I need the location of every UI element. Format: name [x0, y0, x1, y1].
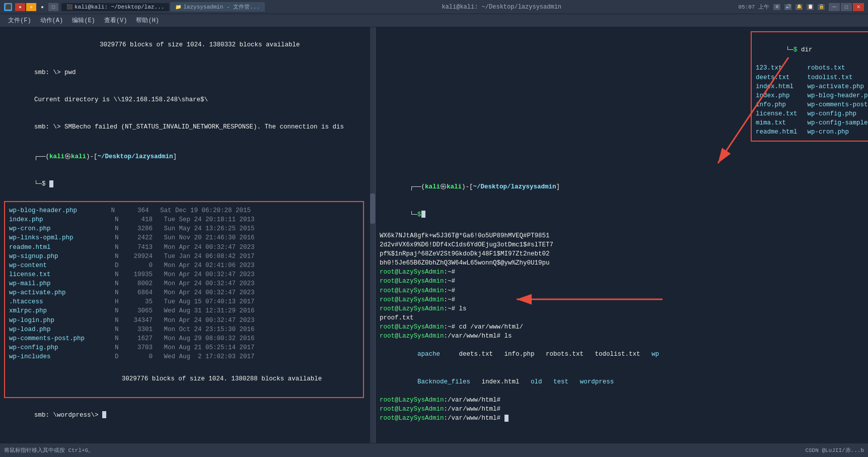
- dir-files-grid: 123.txt deets.txt index.html index.php i…: [756, 63, 868, 137]
- smb-file-4: wp-links-opml.php N 2422 Sun Nov 20 21:4…: [9, 233, 359, 242]
- shell-line4: bh0!5Je65B6Z0bhZhQ3W64wL65wonnQ$@yw%Zhy0…: [380, 258, 863, 268]
- root-prompt7-cursor: root@LazySysAdmin:/var/www/html#: [380, 414, 863, 423]
- btn-square[interactable]: □: [48, 3, 58, 11]
- menu-file[interactable]: 文件(F): [4, 15, 35, 26]
- titlebar-left: ⬛ ● ● ● □ ⬛ kali@kali: ~/Desktop/laz... …: [4, 2, 265, 12]
- smb-file-3: wp-cron.php N 3286 Sun May 24 13:26:25 2…: [9, 224, 359, 233]
- smb-file-7: wp-content D 0 Mon Apr 24 02:41:06 2023: [9, 261, 359, 270]
- root-ls-output: proof.txt: [380, 313, 863, 322]
- titlebar-right: 05:07 上午 🖥 🔊 🔔 📋 🔒 ─ □ ✕: [738, 3, 864, 11]
- menu-action[interactable]: 动作(A): [36, 15, 67, 26]
- smb-file-1: wp-blog-header.php N 364 Sat Dec 19 06:2…: [9, 206, 359, 215]
- dir-cmd-line: └─$ dir: [756, 36, 868, 63]
- smb-file-17: wp-includes D 0 Wed Aug 2 17:02:03 2017: [9, 352, 359, 361]
- smb-file-list-box: wp-blog-header.php N 364 Sat Dec 19 06:2…: [4, 201, 364, 398]
- smb-file-6: wp-signup.php N 29924 Tue Jan 24 06:08:4…: [9, 252, 359, 261]
- dir-f11: wp-activate.php: [808, 82, 868, 91]
- menu-edit[interactable]: 编辑(E): [68, 15, 99, 26]
- smb-file-16: wp-config.php N 3703 Mon Aug 21 05:25:14…: [9, 343, 359, 352]
- smb-footer: 3029776 blocks of size 1024. 1380288 blo…: [9, 365, 359, 393]
- dir-f3: index.html: [756, 82, 798, 91]
- win-minimize[interactable]: ─: [829, 3, 840, 11]
- smb-echo-failed: smb: \> SMBecho failed (NT_STATUS_INVALI…: [4, 113, 366, 141]
- titlebar-tabs: ⬛ kali@kali: ~/Desktop/laz... 📁 lazysysa…: [61, 2, 265, 12]
- smb-file-10: wp-activate.php N 6864 Mon Apr 24 00:32:…: [9, 288, 359, 297]
- smb-pwd: smb: \> pwd: [4, 58, 366, 86]
- scrollbar-thumb[interactable]: [370, 193, 375, 224]
- titlebar: ⬛ ● ● ● □ ⬛ kali@kali: ~/Desktop/laz... …: [0, 0, 868, 14]
- tab-filemanager[interactable]: 📁 lazysysadmin - 文件管...: [170, 2, 265, 12]
- smb-curdir: Current directory is \\192.168.158.248\s…: [4, 86, 366, 113]
- main-content: 3029776 blocks of size 1024. 1380332 blo…: [0, 27, 868, 443]
- win-close[interactable]: ✕: [853, 3, 864, 11]
- dir-output-box: └─$ dir 123.txt deets.txt index.html ind…: [751, 31, 868, 142]
- csdn-label: CSDN @LuJII/赤...b: [805, 446, 864, 454]
- dir-col1: 123.txt deets.txt index.html index.php i…: [756, 63, 798, 137]
- dir-f15: wp-config-sample.php: [808, 118, 868, 127]
- smb-file-12: xmlrpc.php N 3065 Wed Aug 31 12:31:29 20…: [9, 306, 359, 315]
- shell-output-block: WX6k7NJtA8gfk+w5J36T@*Ga6!0o5UP89hMVEQ#P…: [380, 231, 863, 423]
- terminal-icon: ⬛: [4, 3, 12, 11]
- smb-wordpress-prompt: smb: \wordpress\>: [4, 402, 106, 429]
- sys-icon4: 📋: [807, 4, 814, 10]
- dir-f4: index.php: [756, 91, 798, 100]
- root-ls-cmd: root@LazySysAdmin:~# ls: [380, 304, 863, 313]
- btn-red[interactable]: ●: [15, 3, 25, 11]
- sys-icon1: 🖥: [773, 4, 780, 10]
- menu-help[interactable]: 帮助(H): [132, 15, 163, 26]
- smb-file-13: wp-login.php N 34347 Mon Apr 24 00:32:47…: [9, 316, 359, 325]
- smb-file-14: wp-load.php N 3301 Mon Oct 24 23:15:30 2…: [9, 325, 359, 334]
- menu-view[interactable]: 查看(V): [100, 15, 131, 26]
- right-prompt2-dollar: └─$: [380, 201, 863, 228]
- smb-blocks-line1: 3029776 blocks of size 1024. 1380332 blo…: [4, 31, 366, 58]
- dir-f9: robots.txt: [808, 63, 868, 73]
- divider-scrollbar: [370, 27, 375, 443]
- left-prompt1-dollar: └─$: [4, 170, 366, 198]
- root-ls2-output2: Backnode_files index.html old test wordp…: [380, 368, 863, 396]
- left-top-section: 3029776 blocks of size 1024. 1380332 blo…: [4, 31, 366, 198]
- smb-file-8: license.txt N 19935 Mon Apr 24 00:32:47 …: [9, 270, 359, 279]
- left-prompt1: ┌──(kali㉿kali)-[~/Desktop/lazysadmin]: [4, 143, 366, 170]
- dir-f13: wp-comments-post.php: [808, 100, 868, 109]
- smb-file-2: index.php N 418 Tue Sep 24 20:18:11 2013: [9, 215, 359, 224]
- right-prompt2: ┌──(kali㉿kali)-[~/Desktop/lazysysadmin]: [380, 173, 863, 201]
- btn-dark[interactable]: ●: [37, 3, 47, 11]
- dir-f10: todolist.txt: [808, 73, 868, 82]
- root-prompt4: root@LazySysAdmin:~#: [380, 295, 863, 304]
- smb-file-9: wp-mail.php N 8002 Mon Apr 24 00:32:47 2…: [9, 279, 359, 288]
- sys-icon2: 🔊: [784, 4, 791, 10]
- left-panel: 3029776 blocks of size 1024. 1380332 blo…: [0, 27, 370, 443]
- root-ls2-output: apache deets.txt info.php robots.txt tod…: [380, 341, 863, 368]
- smb-file-11: .htaccess H 35 Tue Aug 15 07:40:13 2017: [9, 297, 359, 306]
- shell-line1: WX6k7NJtA8gfk+w5J36T@*Ga6!0o5UP89hMVEQ#P…: [380, 231, 863, 240]
- btn-yellow[interactable]: ●: [26, 3, 36, 11]
- titlebar-title: kali@kali: ~/Desktop/lazysysadmin: [442, 4, 561, 11]
- smb-file-5: readme.html N 7413 Mon Apr 24 00:32:47 2…: [9, 243, 359, 252]
- sys-icon3: 🔔: [795, 4, 803, 10]
- titlebar-buttons: ● ● ● □: [15, 3, 58, 11]
- tab-terminal[interactable]: ⬛ kali@kali: ~/Desktop/laz...: [61, 3, 169, 11]
- dir-f1: 123.txt: [756, 63, 798, 73]
- dir-f16: wp-cron.php: [808, 127, 868, 137]
- window-controls: ─ □ ✕: [829, 3, 864, 11]
- tab-terminal-label: kali@kali: ~/Desktop/laz...: [75, 4, 164, 10]
- statusbar-text: 将鼠标指针移入其中或按 Ctrl+G。: [4, 446, 94, 454]
- right-lower-section: ┌──(kali㉿kali)-[~/Desktop/lazysysadmin] …: [380, 173, 863, 423]
- menubar: 文件(F) 动作(A) 编辑(E) 查看(V) 帮助(H): [0, 14, 868, 27]
- root-prompt6: root@LazySysAdmin:/var/www/html#: [380, 405, 863, 414]
- root-prompt5: root@LazySysAdmin:/var/www/html#: [380, 396, 863, 405]
- smb-bottom-prompt: smb: \wordpress\>: [4, 402, 106, 429]
- tab-filemanager-label: lazysysadmin - 文件管...: [183, 3, 260, 11]
- shell-line2: 2d2v#VX6x9%D6!DDf4xC1ds6YdOEjug3otDmc1$#…: [380, 240, 863, 249]
- smb-file-15: wp-comments-post.php N 1627 Mon Aug 29 0…: [9, 334, 359, 343]
- root-prompt3: root@LazySysAdmin:~#: [380, 286, 863, 295]
- shell-line3: pf%$1nRpaj^68ZeV2St9GkdoDkj48F1$MI97Zt2n…: [380, 249, 863, 258]
- dir-f14: wp-config.php: [808, 109, 868, 118]
- dir-f12: wp-blog-header.php: [808, 91, 868, 100]
- clock: 05:07 上午: [738, 3, 769, 11]
- win-restore[interactable]: □: [841, 3, 852, 11]
- root-prompt2: root@LazySysAdmin:~#: [380, 277, 863, 286]
- sys-icon5: 🔒: [818, 4, 825, 10]
- dir-f8: readme.html: [756, 127, 798, 137]
- root-prompt1: root@LazySysAdmin:~#: [380, 268, 863, 277]
